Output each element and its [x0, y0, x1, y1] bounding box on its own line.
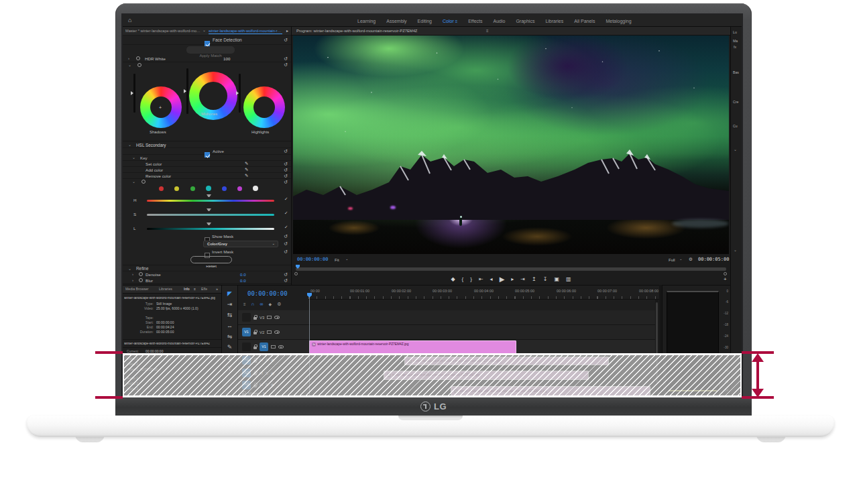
timeline-settings-icon[interactable]: ⚙: [277, 302, 281, 306]
hsl-secondary-header[interactable]: ⌄ HSL Secondary: [123, 141, 292, 148]
source-patch[interactable]: A2: [242, 369, 251, 377]
solo-button[interactable]: S: [266, 371, 268, 375]
sync-lock-icon[interactable]: [267, 316, 272, 319]
record-icon[interactable]: ◉: [271, 383, 274, 387]
chevron-down-icon[interactable]: ⌄: [132, 180, 135, 184]
step-back-button[interactable]: ◂: [490, 277, 493, 282]
lock-icon[interactable]: [253, 346, 257, 349]
fx-toggle-icon[interactable]: [136, 56, 140, 60]
zoom-mode-select[interactable]: Fit: [335, 258, 339, 262]
track-header-v1[interactable]: V1: [238, 340, 308, 355]
track-output-icon[interactable]: [274, 330, 280, 334]
track-select-tool[interactable]: ⇥: [222, 302, 237, 308]
comparison-view-button[interactable]: ▥: [566, 277, 571, 282]
track-output-icon[interactable]: [278, 345, 284, 349]
reset-icon[interactable]: ↺: [284, 38, 288, 42]
playhead-line[interactable]: [309, 297, 310, 397]
mute-button[interactable]: M: [263, 391, 266, 395]
fx-toggle-icon[interactable]: [137, 63, 141, 67]
video-clip-v1[interactable]: fxwinter-landscape-with-wolford-mountain…: [309, 340, 516, 354]
add-marker-button[interactable]: ◆: [451, 277, 455, 282]
track-header-v3[interactable]: V3: [238, 310, 308, 325]
reset-icon[interactable]: ↺: [284, 168, 288, 172]
go-to-in-button[interactable]: ⇤: [479, 277, 483, 282]
sync-lock-icon[interactable]: [267, 330, 272, 334]
swatch-red[interactable]: [159, 186, 164, 191]
panel-menu-icon[interactable]: ≡: [486, 29, 489, 33]
midtones-level-slider[interactable]: [186, 68, 188, 114]
razor-tool[interactable]: ↔: [222, 323, 237, 329]
panel-scroll-icon[interactable]: ▸: [286, 29, 288, 33]
tab-media-browser[interactable]: Media Browser: [125, 288, 149, 291]
timeline-timecode[interactable]: 00:00:00:00: [247, 291, 288, 297]
tab-libraries[interactable]: Libraries: [159, 288, 172, 291]
creative-strip-label[interactable]: Cre: [733, 101, 738, 104]
chevron-down-icon[interactable]: ⌄: [128, 63, 131, 67]
sequence-clip-tab[interactable]: winter-landscape-with-wolford-mountain-r…: [209, 29, 282, 35]
saturation-slider[interactable]: [147, 214, 274, 216]
tab-editing[interactable]: Editing: [418, 19, 432, 23]
export-frame-button[interactable]: ▣: [554, 277, 559, 282]
chevron-right-icon[interactable]: ›: [128, 56, 129, 60]
swatch-magenta[interactable]: [237, 186, 242, 191]
reset-icon[interactable]: ↺: [284, 162, 288, 166]
lock-icon[interactable]: [253, 332, 257, 334]
apply-match-button[interactable]: Apply Match: [186, 46, 235, 54]
chevron-down-icon[interactable]: ⌄: [203, 28, 206, 32]
mute-button[interactable]: M: [260, 358, 263, 362]
mute-button[interactable]: M: [260, 383, 263, 387]
playback-resolution-select[interactable]: Full: [669, 258, 675, 262]
luma-slider[interactable]: [147, 228, 274, 230]
extract-button[interactable]: ↧: [543, 277, 548, 282]
lock-icon[interactable]: [253, 373, 257, 375]
reset-icon[interactable]: ↺: [284, 56, 288, 61]
check-icon[interactable]: ✓: [284, 225, 288, 230]
eyedropper-icon[interactable]: ✎: [245, 168, 248, 172]
track-lane-v2[interactable]: [308, 325, 655, 340]
luma-slider-handle[interactable]: [207, 223, 211, 225]
chevron-down-icon[interactable]: ⌄: [132, 155, 135, 160]
swatch-blue[interactable]: [222, 186, 227, 191]
fx-toggle-icon[interactable]: [141, 180, 146, 184]
tab-assembly[interactable]: Assembly: [386, 19, 406, 23]
add-button[interactable]: +: [724, 277, 727, 282]
go-to-out-button[interactable]: ⇥: [520, 277, 525, 282]
fx-toggle-icon[interactable]: [139, 278, 143, 282]
linked-selection-icon[interactable]: ∞: [260, 302, 264, 306]
mask-mode-select[interactable]: Color/Grey ⌄: [203, 241, 278, 247]
lock-icon[interactable]: [253, 360, 257, 363]
pen-tool[interactable]: ✎: [222, 344, 237, 351]
mute-button[interactable]: M: [260, 371, 263, 375]
sequence-menu-icon[interactable]: ≡: [243, 302, 246, 306]
selection-tool[interactable]: ◤: [222, 291, 237, 297]
master-strip-label[interactable]: Ma: [733, 40, 738, 43]
lock-icon[interactable]: [242, 393, 245, 396]
shadows-level-slider[interactable]: [133, 74, 135, 113]
reset-icon[interactable]: ↺: [284, 62, 288, 67]
tab-all-panels[interactable]: All Panels: [574, 19, 595, 23]
record-icon[interactable]: ◉: [271, 358, 274, 362]
record-icon[interactable]: ◉: [271, 371, 274, 375]
reset-icon[interactable]: ↺: [284, 272, 288, 277]
tab-effects[interactable]: Effects: [468, 19, 482, 23]
type-tool[interactable]: T: [222, 366, 237, 372]
track-header-a1[interactable]: A1 M S ◉: [238, 355, 308, 366]
track-header-a3[interactable]: A3 M S ◉: [238, 381, 308, 389]
chevron-down-icon[interactable]: ⌄: [345, 257, 349, 261]
highlights-wheel[interactable]: [243, 86, 285, 128]
eyedropper-icon[interactable]: ✎: [245, 162, 248, 166]
panel-overflow-icon[interactable]: »: [216, 288, 218, 292]
ripple-edit-tool[interactable]: ⇆: [222, 312, 237, 318]
track-header-a2[interactable]: A2 M S ◉: [238, 366, 308, 381]
swatch-white[interactable]: [253, 186, 258, 191]
track-output-icon[interactable]: [274, 316, 280, 319]
tab-effects[interactable]: Effe: [201, 288, 207, 291]
solo-button[interactable]: S: [266, 383, 268, 387]
solo-button[interactable]: S: [266, 358, 268, 362]
reset-icon[interactable]: ↺: [284, 234, 288, 239]
tab-color[interactable]: Color ≡: [443, 19, 457, 23]
track-name[interactable]: V3: [260, 316, 264, 320]
fx-toggle-icon[interactable]: [139, 272, 143, 276]
swatch-cyan[interactable]: [206, 186, 211, 191]
tab-audio[interactable]: Audio: [493, 19, 505, 23]
